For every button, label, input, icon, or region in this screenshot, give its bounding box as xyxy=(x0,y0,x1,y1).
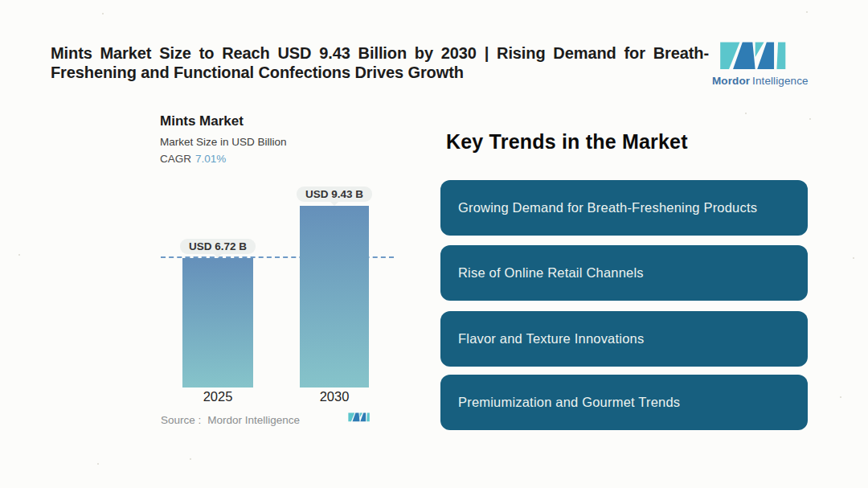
page-title-line1: Mints Market Size to Reach USD 9.43 Bill… xyxy=(51,43,709,63)
background-speck xyxy=(840,396,841,398)
bar-2030 xyxy=(300,206,369,388)
value-badge-label: USD 9.43 B xyxy=(297,187,372,202)
background-speck xyxy=(190,458,191,460)
trend-card-breath-freshening: Growing Demand for Breath-Freshening Pro… xyxy=(440,180,808,236)
trends-heading: Key Trends in the Market xyxy=(446,130,688,154)
chart-title: Mints Market xyxy=(160,113,244,129)
background-speck xyxy=(97,463,99,465)
trend-card-flavor-texture: Flavor and Texture Innovations xyxy=(440,311,808,367)
bar-chart-plot: USD 6.72 B USD 9.43 B xyxy=(161,185,394,388)
background-speck xyxy=(18,254,20,256)
x-axis-label-2025: 2025 xyxy=(182,389,253,404)
badge-pointer xyxy=(330,201,339,206)
background-speck xyxy=(806,11,808,13)
trend-card-label: Premiumization and Gourmet Trends xyxy=(458,395,680,410)
trend-card-label: Rise of Online Retail Channels xyxy=(458,265,644,281)
chart-subtitle: Market Size in USD Billion xyxy=(160,136,287,148)
chart-cagr: CAGR7.01% xyxy=(160,153,226,165)
brand-logo: MordorIntelligence xyxy=(712,36,796,87)
source-line: Source :Mordor Intelligence xyxy=(161,414,300,426)
brand-logo-text: MordorIntelligence xyxy=(712,75,796,87)
trend-card-label: Growing Demand for Breath-Freshening Pro… xyxy=(458,200,757,215)
x-axis-label-2030: 2030 xyxy=(300,389,369,404)
cagr-label: CAGR xyxy=(160,153,191,165)
mordor-intelligence-mini-logo-icon xyxy=(348,411,371,426)
value-badge-2025: USD 6.72 B xyxy=(182,239,253,258)
badge-pointer xyxy=(213,253,223,258)
infographic-canvas: Mints Market Size to Reach USD 9.43 Bill… xyxy=(0,0,868,488)
background-speck xyxy=(102,13,104,14)
trend-card-premiumization: Premiumization and Gourmet Trends xyxy=(440,375,808,430)
brand-name-bold: Mordor xyxy=(712,75,750,87)
background-speck xyxy=(745,113,747,114)
page-title: Mints Market Size to Reach USD 9.43 Bill… xyxy=(51,43,709,82)
background-speck xyxy=(809,118,811,120)
bar-2025 xyxy=(182,258,253,388)
background-speck xyxy=(853,257,854,259)
page-title-line2: Freshening and Functional Confections Dr… xyxy=(51,63,709,82)
value-badge-2030: USD 9.43 B xyxy=(300,187,369,206)
value-badge-label: USD 6.72 B xyxy=(180,239,256,254)
mordor-intelligence-logo-icon xyxy=(712,36,796,73)
source-value: Mordor Intelligence xyxy=(207,414,300,426)
cagr-value: 7.01% xyxy=(195,153,226,165)
trend-card-label: Flavor and Texture Innovations xyxy=(458,331,644,347)
brand-name-regular: Intelligence xyxy=(752,75,809,87)
source-label: Source : xyxy=(161,414,201,426)
trend-card-online-retail: Rise of Online Retail Channels xyxy=(440,245,808,301)
